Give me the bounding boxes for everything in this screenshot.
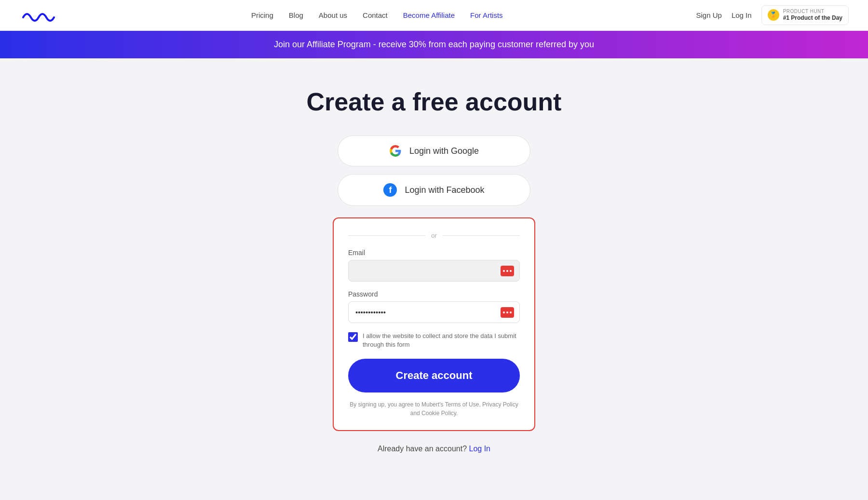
navbar: Pricing Blog About us Contact Become Aff…	[0, 0, 868, 31]
consent-checkbox-row: I allow the website to collect and store…	[348, 332, 520, 349]
divider-line-right	[443, 235, 520, 236]
email-input[interactable]	[348, 260, 520, 282]
ph-medal-icon: 🏅	[768, 9, 779, 21]
password-input[interactable]	[348, 301, 520, 323]
social-buttons: Login with Google f Login with Facebook	[338, 135, 530, 206]
consent-label: I allow the website to collect and store…	[363, 332, 520, 349]
nav-about[interactable]: About us	[319, 11, 347, 19]
facebook-icon: f	[383, 183, 397, 197]
nav-for-artists[interactable]: For Artists	[470, 11, 503, 19]
create-account-label: Create account	[396, 369, 473, 381]
product-hunt-badge[interactable]: 🏅 PRODUCT HUNT #1 Product of the Day	[761, 5, 849, 25]
divider-text: or	[431, 232, 437, 239]
terms-text: By signing up, you agree to Mubert's Ter…	[348, 400, 520, 418]
logo[interactable]	[19, 7, 58, 24]
nav-links: Pricing Blog About us Contact Become Aff…	[251, 11, 503, 20]
email-dots-icon	[503, 270, 512, 272]
create-account-button[interactable]: Create account	[348, 359, 520, 392]
password-dots-icon	[503, 311, 512, 313]
email-input-icon	[501, 266, 514, 276]
ph-badge-label: PRODUCT HUNT	[783, 9, 842, 14]
nav-contact[interactable]: Contact	[363, 11, 388, 19]
banner-text: Join our Affiliate Program - receive 30%…	[274, 40, 594, 49]
facebook-button-label: Login with Facebook	[405, 185, 484, 195]
nav-pricing[interactable]: Pricing	[251, 11, 273, 19]
ph-badge-text: PRODUCT HUNT #1 Product of the Day	[783, 9, 842, 21]
affiliate-banner[interactable]: Join our Affiliate Program - receive 30%…	[0, 31, 868, 58]
email-form-section: or Email Password	[333, 217, 535, 431]
nav-blog[interactable]: Blog	[289, 11, 303, 19]
email-input-wrapper	[348, 260, 520, 282]
email-group: Email	[348, 249, 520, 282]
login-google-button[interactable]: Login with Google	[338, 135, 530, 166]
password-input-wrapper	[348, 301, 520, 323]
google-button-label: Login with Google	[409, 146, 479, 156]
google-icon	[389, 145, 402, 157]
already-account-static-text: Already have an account?	[378, 445, 467, 453]
nav-login[interactable]: Log In	[732, 11, 752, 19]
nav-right: Sign Up Log In 🏅 PRODUCT HUNT #1 Product…	[696, 5, 849, 25]
already-account-text: Already have an account? Log In	[378, 445, 490, 453]
main-content: Create a free account Login with Google …	[0, 58, 868, 473]
password-input-icon	[501, 307, 514, 318]
password-label: Password	[348, 290, 520, 298]
nav-signup[interactable]: Sign Up	[696, 11, 722, 19]
password-group: Password	[348, 290, 520, 323]
divider-row: or	[348, 232, 520, 239]
already-account-login-link[interactable]: Log In	[469, 445, 490, 453]
page-title: Create a free account	[307, 87, 562, 116]
nav-affiliate[interactable]: Become Affiliate	[403, 11, 455, 19]
consent-checkbox[interactable]	[348, 332, 358, 342]
email-label: Email	[348, 249, 520, 257]
login-facebook-button[interactable]: f Login with Facebook	[338, 174, 530, 206]
ph-rank-label: #1 Product of the Day	[783, 14, 842, 21]
divider-line-left	[348, 235, 425, 236]
